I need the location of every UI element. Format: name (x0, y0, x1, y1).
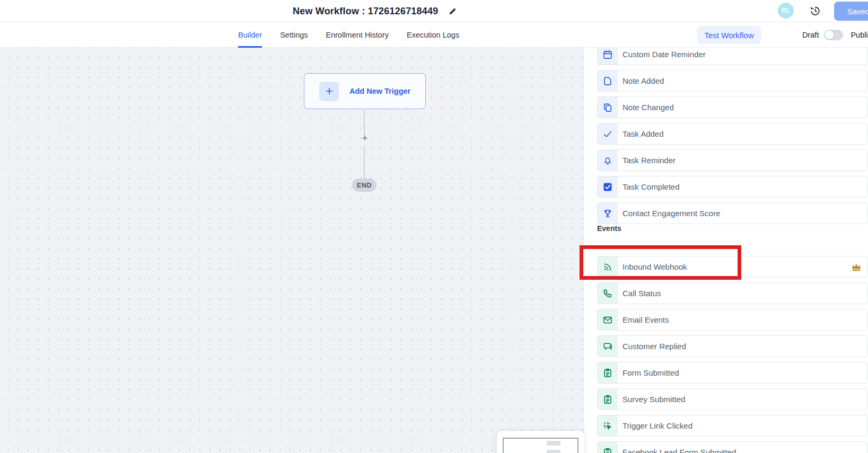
trophy-icon (598, 203, 618, 224)
add-new-trigger-label: Add New Trigger (349, 87, 410, 95)
trigger-sidebar: Custom Date ReminderNote AddedNote Chang… (584, 48, 868, 453)
trigger-item-note-changed[interactable]: Note Changed (597, 96, 867, 118)
tab-bar: Builder Settings Enrollment History Exec… (0, 22, 868, 48)
premium-crown-icon (851, 262, 862, 272)
end-node: END (352, 179, 376, 192)
connector-line (364, 110, 365, 136)
trigger-item-label: Contact Engagement Score (622, 203, 720, 224)
trigger-item-form-submitted[interactable]: Form Submitted (597, 362, 867, 384)
trigger-item-task-reminder[interactable]: Task Reminder (597, 149, 867, 171)
copy-icon (598, 97, 618, 118)
check-square-icon (598, 176, 618, 197)
bell-icon (598, 150, 618, 171)
trigger-item-survey-submitted[interactable]: Survey Submitted (597, 388, 867, 410)
workflow-builder-app: New Workflow : 1726126718449 RL Saved Bu… (0, 0, 868, 453)
trigger-item-label: Inbound Webhook (622, 256, 687, 277)
test-workflow-button[interactable]: Test Workflow (697, 26, 761, 44)
note-icon (598, 70, 618, 91)
trigger-item-label: Customer Replied (622, 336, 686, 357)
title-group: New Workflow : 1726126718449 (293, 0, 458, 22)
trigger-item-label: Note Added (622, 70, 664, 91)
clipboard-icon (598, 442, 618, 453)
webhook-icon (598, 256, 618, 277)
trigger-item-label: Task Added (622, 123, 664, 144)
connector-line (364, 146, 365, 179)
trigger-item-task-completed[interactable]: Task Completed (597, 176, 867, 198)
trigger-item-label: Note Changed (622, 97, 674, 118)
history-clock-icon[interactable] (810, 5, 821, 16)
preview-frame (503, 438, 578, 453)
avatar[interactable]: RL (778, 3, 794, 19)
add-new-trigger-button[interactable]: Add New Trigger (304, 73, 426, 109)
trigger-item-contact-engagement-score[interactable]: Contact Engagement Score (597, 202, 867, 224)
trigger-item-trigger-link-clicked[interactable]: Trigger Link Clicked (597, 415, 867, 437)
trigger-item-label: Facebook Lead Form Submitted (622, 442, 736, 453)
trigger-item-inbound-webhook[interactable]: Inbound Webhook (597, 256, 867, 278)
trigger-item-email-events[interactable]: Email Events (597, 309, 867, 331)
page-title: New Workflow : 1726126718449 (293, 6, 438, 17)
calendar-icon (598, 48, 618, 65)
preview-bar (547, 450, 560, 453)
top-header: New Workflow : 1726126718449 RL Saved (0, 0, 868, 22)
trigger-item-label: Survey Submitted (622, 389, 685, 410)
preview-bar (547, 441, 560, 446)
trigger-item-facebook-lead-form-submitted[interactable]: Facebook Lead Form Submitted (597, 441, 867, 453)
tabs: Builder Settings Enrollment History Exec… (238, 22, 459, 48)
trigger-item-customer-replied[interactable]: Customer Replied (597, 335, 867, 357)
trigger-item-label: Trigger Link Clicked (622, 415, 692, 436)
mail-icon (598, 309, 618, 330)
trigger-item-label: Custom Date Reminder (622, 48, 706, 65)
chat-icon (598, 336, 618, 357)
trigger-item-note-added[interactable]: Note Added (597, 70, 867, 92)
trigger-item-label: Email Events (622, 309, 669, 330)
tab-settings[interactable]: Settings (280, 22, 308, 48)
cursor-click-icon (598, 415, 618, 436)
tab-execution-logs[interactable]: Execution Logs (407, 22, 459, 48)
publish-label: Publish (851, 31, 868, 39)
trigger-item-label: Call Status (622, 283, 661, 304)
events-section-header: Events (597, 224, 621, 233)
check-icon (598, 123, 618, 144)
trigger-item-call-status[interactable]: Call Status (597, 282, 867, 304)
plus-icon (319, 82, 339, 101)
trigger-item-label: Task Completed (622, 176, 680, 197)
workflow-canvas[interactable]: Add New Trigger + END (0, 48, 584, 453)
trigger-item-label: Form Submitted (622, 362, 679, 383)
canvas-preview-panel[interactable] (497, 431, 584, 453)
phone-icon (598, 283, 618, 304)
publish-toggle[interactable] (824, 30, 843, 40)
trigger-item-custom-date-reminder[interactable]: Custom Date Reminder (597, 48, 867, 65)
tab-builder[interactable]: Builder (238, 22, 262, 48)
edit-title-pencil-icon[interactable] (448, 6, 458, 16)
add-step-plus-icon[interactable]: + (360, 133, 370, 144)
saved-button[interactable]: Saved (834, 2, 868, 21)
toggle-knob (825, 31, 834, 39)
clipboard-icon (598, 389, 618, 410)
trigger-item-task-added[interactable]: Task Added (597, 123, 867, 145)
draft-label: Draft (802, 31, 819, 39)
trigger-item-label: Task Reminder (622, 150, 676, 171)
clipboard-icon (598, 362, 618, 383)
tab-enrollment-history[interactable]: Enrollment History (326, 22, 389, 48)
tabbar-right-controls: Test Workflow Draft Publish (697, 22, 868, 48)
